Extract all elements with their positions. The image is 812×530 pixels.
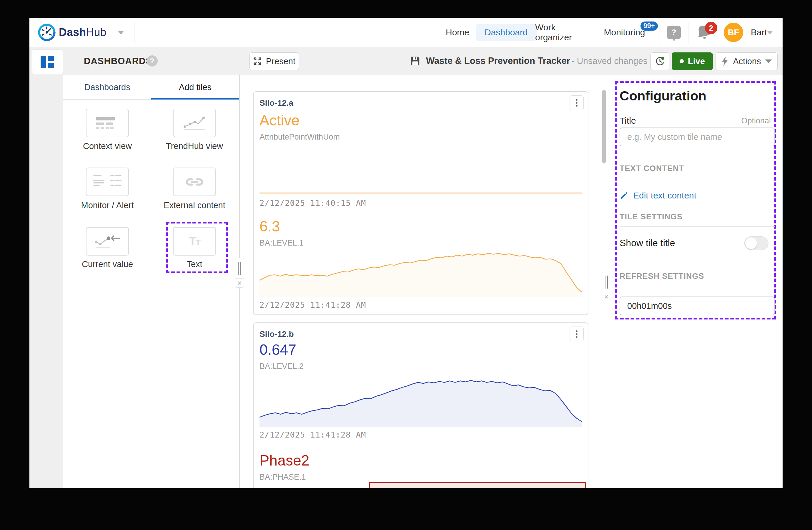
brand-name[interactable]: DashHub [59,26,106,39]
save-icon[interactable] [409,55,421,68]
section-divider [620,226,774,227]
nav-divider [134,22,134,43]
user-menu-chevron-down-icon[interactable] [767,31,773,34]
refresh-interval-input[interactable] [620,296,774,315]
edit-text-content-link[interactable]: Edit text content [620,191,696,200]
tile-menu-button[interactable] [569,326,584,341]
tile-type-label: External content [156,200,233,210]
section-divider [620,286,774,286]
tile-settings-header: TILE SETTINGS [620,212,683,221]
tile-type-label: Text [156,260,233,269]
live-dot-icon [680,59,684,63]
avatar[interactable]: BF [724,23,743,42]
show-tile-title-label: Show tile title [620,238,675,249]
close-config-icon[interactable] [602,292,611,301]
brand-name-light: Hub [86,26,106,38]
title-field-label: Title [620,116,636,126]
lightning-icon [721,57,729,66]
present-expand-icon [253,57,262,66]
state-trend-box [369,482,586,488]
refresh-settings-header: REFRESH SETTINGS [620,272,704,281]
tile-type-label: Current value [69,260,146,269]
tile-title: Silo-12.b [260,330,294,339]
tile-title-input[interactable] [620,127,774,147]
tile-silo-12b[interactable]: Silo-12.b 0.647 BA:LEVEL.2 2/12/2025 11:… [253,322,589,488]
monitoring-count-badge: 99+ [640,22,658,31]
dashboard-canvas: Silo-12.a Active AttributePointWithUom 2… [240,75,606,488]
brand-chevron-down-icon[interactable] [118,31,124,34]
tile-type-trendhub-view[interactable] [173,109,216,137]
state-label: AttributePointWithUom [260,132,340,142]
current-value-icon [93,233,121,250]
numeric-label: BA:LEVEL.2 [260,362,304,371]
numeric-value: 0.647 [260,341,296,358]
dashboard-layout-icon [41,56,54,68]
edit-text-content-label: Edit text content [633,191,696,200]
document-status: - Unsaved changes [571,56,648,66]
tile-type-current-value[interactable] [86,227,129,255]
brand-name-bold: Dash [59,26,86,38]
tab-dashboards[interactable]: Dashboards [63,75,151,99]
dashhub-logo-icon [38,23,56,43]
numeric-label: BA:LEVEL.1 [260,238,304,248]
screenshot-frame: DashHub Home Dashboard Work organizer Mo… [0,0,812,530]
close-sidebar-icon[interactable] [235,278,244,288]
optional-label: Optional [741,116,771,125]
text-content-header: TEXT CONTENT [620,164,684,173]
dashboards-rail-button[interactable] [32,50,63,75]
actions-chevron-down-icon [765,59,772,63]
section-divider [620,179,774,179]
app-window: DashHub Home Dashboard Work organizer Mo… [29,18,783,488]
sidebar-tabbar: Dashboards Add tiles [63,75,239,99]
external-link-icon [184,176,205,187]
state-value: Active [260,112,300,129]
clock-icon [655,56,665,67]
nav-divider [659,22,660,43]
actions-button[interactable]: Actions [715,52,778,70]
sparkline-chart [260,374,582,427]
tile-type-context-view[interactable] [86,109,129,137]
nav-divider [688,22,688,43]
tile-type-label: TrendHub view [156,141,233,151]
text-tile-icon: TT [189,235,200,248]
panel-title: DASHBOARDS [84,56,152,67]
tile-type-external-content[interactable] [173,168,216,196]
flat-trend-line [260,193,582,193]
active-tab-underline [151,98,239,99]
nav-item-monitoring[interactable]: Monitoring [603,18,646,47]
tile-silo-12a[interactable]: Silo-12.a Active AttributePointWithUom 2… [253,91,589,315]
drag-handle-icon[interactable] [602,272,611,292]
tile-type-monitor-alert[interactable] [86,168,129,196]
show-tile-title-toggle[interactable] [744,236,768,250]
configuration-heading: Configuration [620,88,706,104]
context-view-icon [96,117,119,129]
tile-title: Silo-12.a [260,98,293,108]
notification-count-badge: 2 [705,22,717,34]
live-button[interactable]: Live [672,52,713,70]
nav-item-dashboard[interactable]: Dashboard [476,24,537,41]
config-splitter[interactable] [601,272,611,301]
state-value: Phase2 [260,452,309,469]
drag-handle-icon[interactable] [235,258,244,278]
present-button[interactable]: Present [249,52,299,70]
canvas-scrollbar[interactable] [602,90,606,164]
actions-label: Actions [733,57,761,66]
timestamp: 2/12/2025 11:40:15 AM [260,198,366,208]
tab-add-tiles[interactable]: Add tiles [151,75,239,99]
state-label: BA:PHASE.1 [260,473,306,482]
tile-type-label: Monitor / Alert [69,200,146,210]
timestamp: 2/12/2025 11:41:28 AM [260,430,366,439]
left-icon-rail [29,75,63,488]
tile-type-text[interactable]: TT [173,227,216,255]
panel-help-icon[interactable]: ? [146,55,158,67]
nav-item-home[interactable]: Home [444,18,471,47]
sparkline-chart [260,249,582,297]
nav-item-work-organizer[interactable]: Work organizer [535,18,591,47]
present-label: Present [266,57,295,66]
timestamp: 2/12/2025 11:41:28 AM [260,300,366,309]
tile-menu-button[interactable] [569,95,584,110]
sidebar-splitter[interactable] [235,257,244,288]
monitor-alert-icon [92,173,123,191]
numeric-value: 6.3 [260,218,280,235]
time-range-button[interactable] [651,52,669,70]
